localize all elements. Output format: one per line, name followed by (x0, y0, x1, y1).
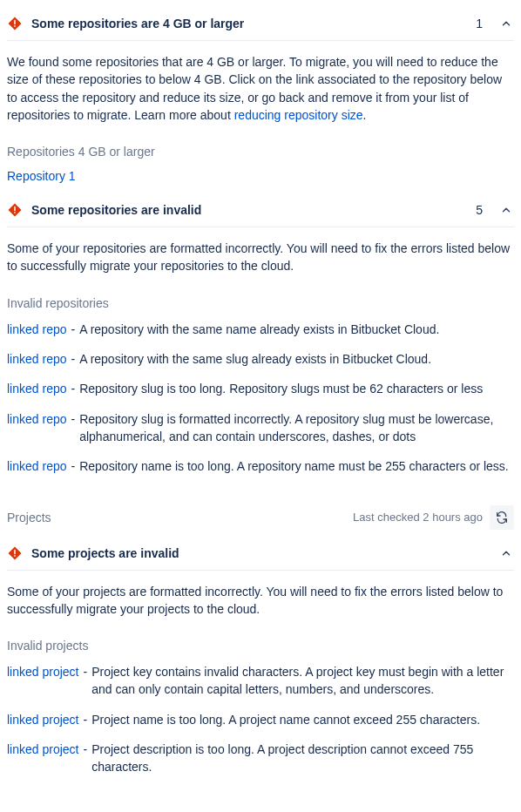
error-icon (7, 545, 23, 561)
invalid-repos-list: linked repo - A repository with the same… (7, 321, 514, 476)
list-item: linked project - Project name is too lon… (7, 711, 514, 728)
repo-link[interactable]: linked repo (7, 410, 67, 428)
chevron-up-icon[interactable] (498, 202, 514, 218)
panel-invalid-repos: Some repositories are invalid 5 Some of … (7, 193, 514, 475)
accordion-title: Some repositories are invalid (31, 203, 467, 217)
accordion-title: Some repositories are 4 GB or larger (31, 17, 467, 30)
svg-rect-5 (14, 555, 16, 557)
accordion-title: Some projects are invalid (31, 546, 490, 560)
item-description: Project key contains invalid characters.… (91, 663, 514, 699)
svg-rect-4 (14, 549, 16, 553)
accordion-count: 1 (476, 17, 483, 30)
project-link[interactable]: linked project (7, 741, 79, 758)
item-description: Repository name is too long. A repositor… (79, 457, 509, 475)
list-item: linked repo - Repository slug is formatt… (7, 410, 514, 446)
svg-rect-3 (14, 212, 16, 213)
invalid-projects-list: linked project - Project key contains in… (7, 663, 514, 775)
refresh-icon (495, 511, 509, 524)
last-checked-label: Last checked 2 hours ago (353, 511, 483, 524)
item-description: Project name is too long. A project name… (91, 711, 480, 728)
accordion-header[interactable]: Some repositories are invalid 5 (7, 193, 514, 227)
list-item: linked project - Project key contains in… (7, 663, 514, 699)
item-description: A repository with the same name already … (79, 321, 439, 338)
panel-description: We found some repositories that are 4 GB… (7, 41, 514, 131)
item-description: A repository with the same slug already … (79, 350, 431, 368)
repo-link[interactable]: linked repo (7, 457, 67, 475)
accordion-count: 5 (476, 203, 483, 217)
refresh-button[interactable] (490, 505, 514, 530)
subheading-invalid-projects: Invalid projects (7, 639, 514, 653)
list-item: linked project - Project description is … (7, 741, 514, 776)
svg-rect-1 (14, 25, 16, 27)
chevron-up-icon[interactable] (498, 545, 514, 561)
panel-description: Some of your repositories are formatted … (7, 227, 514, 282)
section-title: Projects (7, 511, 346, 524)
repo-link[interactable]: linked repo (7, 380, 67, 397)
item-description: Project description is too long. A proje… (91, 741, 514, 776)
accordion-header[interactable]: Some projects are invalid (7, 537, 514, 571)
panel-description: Some of your projects are formatted inco… (7, 571, 514, 626)
error-icon (7, 202, 23, 218)
panel-invalid-projects: Some projects are invalid Some of your p… (7, 537, 514, 776)
repository-link[interactable]: Repository 1 (7, 169, 76, 183)
panel-large-repos: Some repositories are 4 GB or larger 1 W… (7, 7, 514, 183)
svg-rect-2 (14, 206, 16, 211)
item-description: Repository slug is too long. Repository … (79, 380, 483, 397)
repo-link[interactable]: linked repo (7, 321, 67, 338)
list-item: linked repo - Repository name is too lon… (7, 457, 514, 475)
list-item: linked repo - Repository slug is too lon… (7, 380, 514, 397)
accordion-header[interactable]: Some repositories are 4 GB or larger 1 (7, 7, 514, 41)
list-item: linked repo - A repository with the same… (7, 350, 514, 368)
project-link[interactable]: linked project (7, 663, 79, 680)
projects-section-header: Projects Last checked 2 hours ago (7, 488, 514, 537)
repo-link[interactable]: linked repo (7, 350, 67, 368)
chevron-up-icon[interactable] (498, 16, 514, 31)
item-description: Repository slug is formatted incorrectly… (79, 410, 514, 446)
project-link[interactable]: linked project (7, 711, 79, 728)
svg-rect-0 (14, 20, 16, 24)
subheading-invalid-repos: Invalid repositories (7, 296, 514, 310)
reducing-size-link[interactable]: reducing repository size (234, 108, 363, 122)
subheading-large-repos: Repositories 4 GB or larger (7, 145, 514, 159)
list-item: linked repo - A repository with the same… (7, 321, 514, 338)
error-icon (7, 16, 23, 31)
